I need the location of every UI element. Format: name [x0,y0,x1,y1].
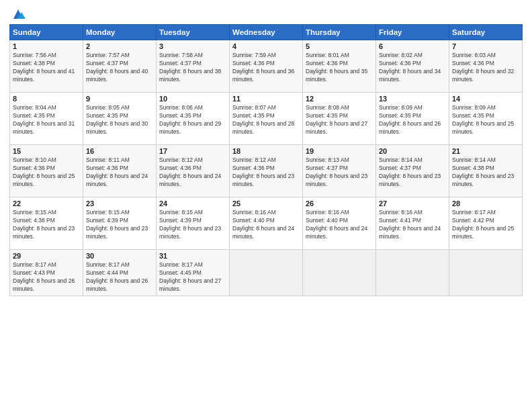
day-cell: 28 Sunrise: 8:17 AM Sunset: 4:42 PM Dayl… [449,197,523,250]
day-info: Sunrise: 8:15 AM Sunset: 4:38 PM Dayligh… [13,209,80,241]
day-number: 18 [232,147,300,155]
day-number: 28 [452,199,519,208]
day-number: 25 [232,199,300,208]
day-info: Sunrise: 8:11 AM Sunset: 4:36 PM Dayligh… [86,156,153,189]
day-info: Sunrise: 8:03 AM Sunset: 4:36 PM Dayligh… [452,52,519,84]
weekday-friday: Friday [376,25,449,40]
day-number: 8 [13,95,80,103]
day-info: Sunrise: 8:16 AM Sunset: 4:40 PM Dayligh… [306,209,373,241]
day-cell: 6 Sunrise: 8:02 AM Sunset: 4:36 PM Dayli… [376,40,449,93]
day-cell: 27 Sunrise: 8:16 AM Sunset: 4:41 PM Dayl… [376,197,449,250]
day-number: 14 [452,95,519,103]
calendar-page: SundayMondayTuesdayWednesdayThursdayFrid… [0,0,532,411]
day-cell: 15 Sunrise: 8:10 AM Sunset: 4:36 PM Dayl… [10,145,83,197]
logo [9,8,26,19]
day-number: 3 [159,42,226,50]
day-cell [376,250,449,296]
day-number: 22 [13,199,80,208]
day-info: Sunrise: 8:16 AM Sunset: 4:40 PM Dayligh… [232,209,300,241]
day-number: 17 [159,147,226,155]
day-cell: 16 Sunrise: 8:11 AM Sunset: 4:36 PM Dayl… [83,145,157,197]
week-row-3: 15 Sunrise: 8:10 AM Sunset: 4:36 PM Dayl… [10,145,523,197]
day-cell: 11 Sunrise: 8:07 AM Sunset: 4:35 PM Dayl… [230,93,303,145]
header [9,8,523,19]
day-cell: 5 Sunrise: 8:01 AM Sunset: 4:36 PM Dayli… [303,40,376,93]
week-row-5: 29 Sunrise: 8:17 AM Sunset: 4:43 PM Dayl… [10,250,523,296]
day-info: Sunrise: 8:12 AM Sunset: 4:36 PM Dayligh… [159,156,226,189]
day-number: 5 [306,42,373,50]
week-row-4: 22 Sunrise: 8:15 AM Sunset: 4:38 PM Dayl… [10,197,523,250]
day-info: Sunrise: 8:13 AM Sunset: 4:37 PM Dayligh… [306,156,373,189]
day-number: 16 [86,147,153,155]
day-cell: 25 Sunrise: 8:16 AM Sunset: 4:40 PM Dayl… [230,197,303,250]
weekday-saturday: Saturday [449,25,523,40]
day-info: Sunrise: 8:17 AM Sunset: 4:43 PM Dayligh… [13,261,80,293]
day-cell [303,250,376,296]
day-info: Sunrise: 8:01 AM Sunset: 4:36 PM Dayligh… [306,52,373,84]
day-info: Sunrise: 8:10 AM Sunset: 4:36 PM Dayligh… [13,156,80,189]
day-info: Sunrise: 8:14 AM Sunset: 4:38 PM Dayligh… [452,156,519,189]
day-cell: 8 Sunrise: 8:04 AM Sunset: 4:35 PM Dayli… [10,93,83,145]
day-cell: 2 Sunrise: 7:57 AM Sunset: 4:37 PM Dayli… [83,40,157,93]
day-info: Sunrise: 8:02 AM Sunset: 4:36 PM Dayligh… [379,52,446,84]
day-cell: 18 Sunrise: 8:12 AM Sunset: 4:36 PM Dayl… [230,145,303,197]
day-number: 11 [232,95,300,103]
day-number: 15 [13,147,80,155]
day-cell: 19 Sunrise: 8:13 AM Sunset: 4:37 PM Dayl… [303,145,376,197]
day-info: Sunrise: 7:57 AM Sunset: 4:37 PM Dayligh… [86,52,153,84]
day-info: Sunrise: 8:04 AM Sunset: 4:35 PM Dayligh… [13,104,80,136]
day-cell: 29 Sunrise: 8:17 AM Sunset: 4:43 PM Dayl… [10,250,83,296]
day-cell: 1 Sunrise: 7:56 AM Sunset: 4:38 PM Dayli… [10,40,83,93]
day-info: Sunrise: 7:56 AM Sunset: 4:38 PM Dayligh… [13,52,80,84]
day-cell: 20 Sunrise: 8:14 AM Sunset: 4:37 PM Dayl… [376,145,449,197]
calendar-table: SundayMondayTuesdayWednesdayThursdayFrid… [9,24,523,296]
day-cell: 24 Sunrise: 8:15 AM Sunset: 4:39 PM Dayl… [157,197,230,250]
day-info: Sunrise: 8:16 AM Sunset: 4:41 PM Dayligh… [379,209,446,241]
day-number: 10 [159,95,226,103]
day-cell [230,250,303,296]
day-cell: 14 Sunrise: 8:09 AM Sunset: 4:35 PM Dayl… [449,93,523,145]
day-cell: 13 Sunrise: 8:09 AM Sunset: 4:35 PM Dayl… [376,93,449,145]
day-cell: 31 Sunrise: 8:17 AM Sunset: 4:45 PM Dayl… [157,250,230,296]
day-cell: 12 Sunrise: 8:08 AM Sunset: 4:35 PM Dayl… [303,93,376,145]
day-number: 20 [379,147,446,155]
day-number: 30 [86,252,153,260]
day-cell: 4 Sunrise: 7:59 AM Sunset: 4:36 PM Dayli… [230,40,303,93]
day-cell: 23 Sunrise: 8:15 AM Sunset: 4:39 PM Dayl… [83,197,157,250]
day-cell: 3 Sunrise: 7:58 AM Sunset: 4:37 PM Dayli… [157,40,230,93]
weekday-sunday: Sunday [10,25,83,40]
day-cell: 26 Sunrise: 8:16 AM Sunset: 4:40 PM Dayl… [303,197,376,250]
logo-icon [11,8,26,20]
day-info: Sunrise: 8:09 AM Sunset: 4:35 PM Dayligh… [452,104,519,136]
day-info: Sunrise: 8:08 AM Sunset: 4:35 PM Dayligh… [306,104,373,136]
day-cell: 9 Sunrise: 8:05 AM Sunset: 4:35 PM Dayli… [83,93,157,145]
day-cell: 17 Sunrise: 8:12 AM Sunset: 4:36 PM Dayl… [157,145,230,197]
day-info: Sunrise: 8:05 AM Sunset: 4:35 PM Dayligh… [86,104,153,136]
weekday-thursday: Thursday [303,25,376,40]
weekday-monday: Monday [83,25,157,40]
day-number: 31 [159,252,226,260]
day-info: Sunrise: 8:06 AM Sunset: 4:35 PM Dayligh… [159,104,226,136]
day-info: Sunrise: 8:17 AM Sunset: 4:45 PM Dayligh… [159,261,226,293]
day-number: 23 [86,199,153,208]
day-info: Sunrise: 7:58 AM Sunset: 4:37 PM Dayligh… [159,52,226,84]
day-number: 13 [379,95,446,103]
day-cell: 21 Sunrise: 8:14 AM Sunset: 4:38 PM Dayl… [449,145,523,197]
day-cell: 22 Sunrise: 8:15 AM Sunset: 4:38 PM Dayl… [10,197,83,250]
weekday-wednesday: Wednesday [230,25,303,40]
day-info: Sunrise: 7:59 AM Sunset: 4:36 PM Dayligh… [232,52,300,84]
day-info: Sunrise: 8:14 AM Sunset: 4:37 PM Dayligh… [379,156,446,189]
day-number: 24 [159,199,226,208]
day-cell: 7 Sunrise: 8:03 AM Sunset: 4:36 PM Dayli… [449,40,523,93]
day-info: Sunrise: 8:17 AM Sunset: 4:42 PM Dayligh… [452,209,519,241]
day-info: Sunrise: 8:07 AM Sunset: 4:35 PM Dayligh… [232,104,300,136]
day-number: 27 [379,199,446,208]
day-number: 6 [379,42,446,50]
day-number: 19 [306,147,373,155]
day-cell [449,250,523,296]
day-number: 9 [86,95,153,103]
day-info: Sunrise: 8:09 AM Sunset: 4:35 PM Dayligh… [379,104,446,136]
day-number: 2 [86,42,153,50]
week-row-2: 8 Sunrise: 8:04 AM Sunset: 4:35 PM Dayli… [10,93,523,145]
weekday-tuesday: Tuesday [157,25,230,40]
